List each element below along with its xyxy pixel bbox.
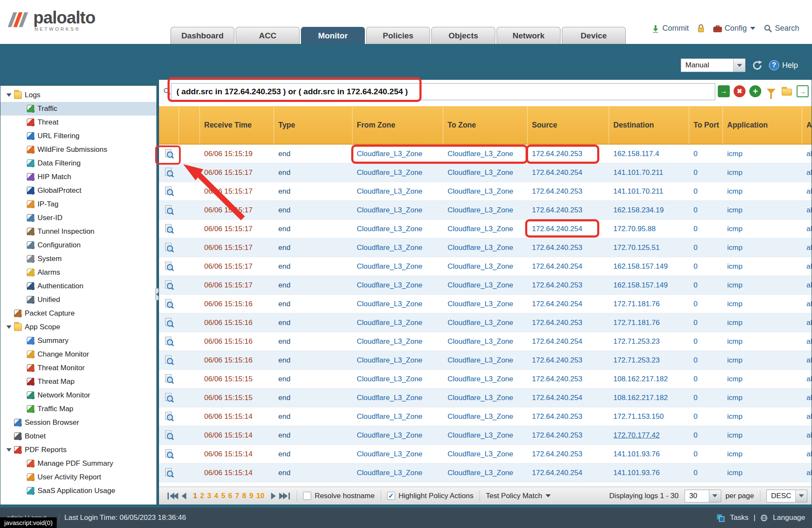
cell-application[interactable]: icmp: [723, 238, 802, 257]
tree-expand-icon[interactable]: [19, 298, 27, 302]
cell-source[interactable]: 172.64.240.254: [528, 257, 609, 276]
sidebar-item[interactable]: Network Monitor: [0, 389, 156, 402]
tree-expand-icon[interactable]: [6, 435, 14, 438]
clear-filter-icon[interactable]: ✖: [734, 85, 746, 97]
cell-destination[interactable]: 162.158.234.19: [609, 201, 689, 219]
col-from-zone[interactable]: From Zone: [353, 106, 443, 144]
sidebar-item[interactable]: URL Filtering: [0, 129, 156, 143]
cell-from-zone[interactable]: Cloudflare_L3_Zone: [353, 220, 443, 238]
col-blank[interactable]: [179, 106, 200, 144]
cell-to-zone[interactable]: Cloudflare_L3_Zone: [443, 145, 528, 163]
config-menu[interactable]: Config: [713, 24, 755, 33]
sidebar-item[interactable]: User-ID: [0, 211, 156, 225]
cell-to-port[interactable]: 0: [689, 464, 723, 482]
cell-destination[interactable]: 172.71.181.76: [609, 313, 689, 332]
log-detail-icon[interactable]: [164, 280, 174, 290]
next-page-button[interactable]: [271, 493, 276, 499]
cell-type[interactable]: end: [274, 163, 353, 182]
cell-action[interactable]: al: [802, 295, 812, 313]
log-detail-icon[interactable]: [164, 261, 174, 271]
cell-action[interactable]: al: [802, 145, 812, 163]
log-detail-icon[interactable]: [164, 468, 174, 478]
cell-destination[interactable]: 172.71.253.23: [609, 351, 689, 369]
cell-to-port[interactable]: 0: [689, 295, 723, 313]
refresh-mode-select[interactable]: Manual: [681, 58, 746, 72]
cell-action[interactable]: al: [802, 220, 812, 238]
cell-action[interactable]: al: [802, 389, 812, 407]
log-detail-icon[interactable]: [164, 168, 174, 177]
log-detail-icon[interactable]: [164, 374, 174, 384]
sidebar-item[interactable]: Tunnel Inspection: [0, 225, 156, 238]
cell-application[interactable]: icmp: [723, 332, 802, 351]
load-filter-icon[interactable]: [781, 85, 793, 97]
tree-expand-icon[interactable]: [6, 325, 14, 329]
sidebar-item[interactable]: Alarms: [0, 266, 156, 279]
log-detail-cell[interactable]: [159, 332, 179, 351]
tree-expand-icon[interactable]: [19, 134, 27, 138]
nav-tab[interactable]: Objects: [431, 27, 495, 44]
cell-to-port[interactable]: 0: [689, 276, 723, 294]
cell-destination[interactable]: 108.162.217.182: [609, 389, 689, 407]
cell-source[interactable]: 172.64.240.253: [528, 407, 609, 426]
cell-source[interactable]: 172.64.240.253: [528, 201, 609, 219]
cell-source[interactable]: 172.64.240.254: [528, 220, 609, 238]
cell-application[interactable]: icmp: [723, 445, 802, 463]
col-detail[interactable]: [159, 106, 179, 144]
cell-action[interactable]: al: [802, 257, 812, 276]
cell-source[interactable]: 172.64.240.254: [528, 464, 609, 482]
cell-from-zone[interactable]: Cloudflare_L3_Zone: [353, 370, 443, 388]
tasks-button[interactable]: Tasks: [730, 513, 748, 522]
sidebar-item[interactable]: Manage PDF Summary: [0, 457, 156, 470]
cell-application[interactable]: icmp: [723, 407, 802, 426]
cell-application[interactable]: icmp: [723, 389, 802, 407]
page-number[interactable]: 2: [200, 492, 204, 500]
sidebar-item[interactable]: WildFire Submissions: [0, 143, 156, 157]
cell-destination[interactable]: 141.101.93.76: [609, 445, 689, 463]
cell-destination[interactable]: 172.70.177.42: [609, 426, 689, 444]
page-number[interactable]: 3: [207, 492, 211, 500]
cell-from-zone[interactable]: Cloudflare_L3_Zone: [353, 426, 443, 444]
cell-from-zone[interactable]: Cloudflare_L3_Zone: [353, 257, 443, 276]
cell-destination[interactable]: 172.71.153.150: [609, 407, 689, 426]
cell-action[interactable]: al: [802, 238, 812, 257]
tree-expand-icon[interactable]: [19, 148, 27, 151]
cell-type[interactable]: end: [274, 464, 353, 482]
help-button[interactable]: ? Help: [769, 60, 798, 70]
log-detail-cell[interactable]: [159, 220, 179, 238]
commit-button[interactable]: Commit: [651, 24, 689, 33]
log-detail-cell[interactable]: [159, 464, 179, 482]
log-detail-cell[interactable]: [159, 182, 179, 200]
page-number[interactable]: 8: [242, 492, 246, 500]
chevron-down-icon[interactable]: [733, 59, 745, 72]
cell-destination[interactable]: 108.162.217.182: [609, 370, 689, 388]
sidebar-item[interactable]: Session Browser: [0, 416, 156, 429]
tree-expand-icon[interactable]: [19, 216, 27, 220]
cell-type[interactable]: end: [274, 182, 353, 200]
cell-destination[interactable]: 172.71.253.23: [609, 332, 689, 351]
log-detail-icon[interactable]: [164, 224, 174, 234]
sidebar-item[interactable]: SaaS Application Usage: [0, 484, 156, 498]
cell-to-port[interactable]: 0: [689, 426, 723, 444]
cell-to-port[interactable]: 0: [689, 445, 723, 463]
tree-expand-icon[interactable]: [19, 339, 27, 342]
cell-action[interactable]: al: [802, 426, 812, 444]
cell-source[interactable]: 172.64.240.253: [528, 445, 609, 463]
cell-action[interactable]: al: [802, 332, 812, 351]
tree-expand-icon[interactable]: [19, 121, 27, 124]
sidebar-item[interactable]: Unified: [0, 293, 156, 307]
cell-from-zone[interactable]: Cloudflare_L3_Zone: [353, 163, 443, 182]
tree-expand-icon[interactable]: [19, 394, 27, 397]
cell-to-zone[interactable]: Cloudflare_L3_Zone: [443, 351, 528, 369]
cell-to-port[interactable]: 0: [689, 370, 723, 388]
lock-icon[interactable]: [697, 24, 705, 33]
col-destination[interactable]: Destination: [609, 106, 689, 144]
tree-expand-icon[interactable]: [19, 107, 27, 110]
cell-from-zone[interactable]: Cloudflare_L3_Zone: [353, 332, 443, 351]
cell-type[interactable]: end: [274, 332, 353, 351]
cell-application[interactable]: icmp: [723, 295, 802, 313]
sidebar-item[interactable]: HIP Match: [0, 170, 156, 184]
sidebar-item[interactable]: App Scope: [0, 320, 156, 334]
tree-expand-icon[interactable]: [19, 462, 27, 465]
cell-destination[interactable]: 172.70.125.51: [609, 238, 689, 257]
tree-expand-icon[interactable]: [6, 312, 14, 315]
